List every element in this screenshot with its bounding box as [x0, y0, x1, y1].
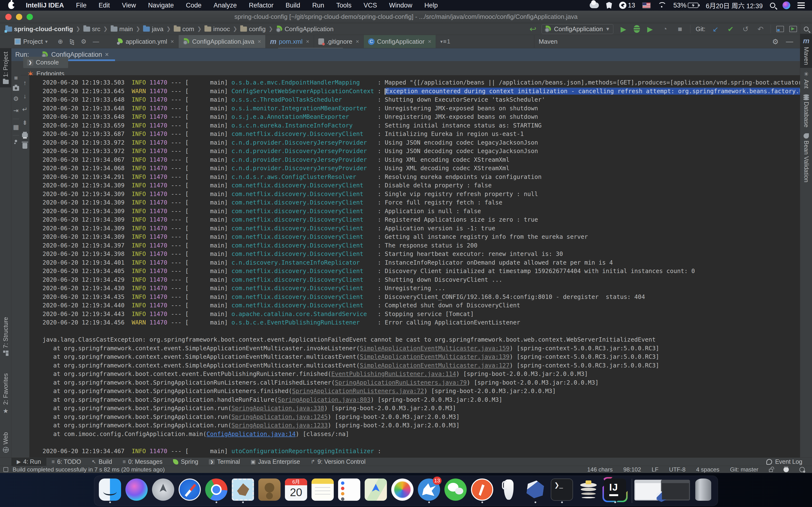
dock-item-virtualbox[interactable] [523, 478, 547, 503]
close-icon[interactable]: × [258, 38, 261, 45]
close-icon[interactable]: × [356, 38, 359, 45]
stripe-button-1-project[interactable]: 1: Project [0, 48, 11, 88]
hide-panel-icon[interactable]: — [93, 38, 99, 45]
tab-console[interactable]: ❯Console [23, 57, 68, 68]
stack-trace-link[interactable]: SimpleApplicationEventMulticaster.java:1… [360, 362, 510, 369]
menu-item-window[interactable]: Window [383, 2, 418, 9]
editor-tab-gitignore[interactable]: .gitignore× [314, 35, 364, 48]
dock-item-trash[interactable] [690, 478, 714, 503]
project-structure-icon[interactable] [776, 26, 784, 32]
tool-window-button-0-messages[interactable]: ≡0: Messages [117, 458, 168, 466]
status-segment-git-master[interactable]: Git: master [730, 466, 758, 473]
stripe-button-ant[interactable]: ✳Ant [800, 68, 812, 92]
status-segment-utf-8[interactable]: UTF-8 [669, 466, 686, 473]
input-source-flag-icon[interactable] [642, 2, 651, 8]
scroll-to-end-icon[interactable]: ⇟ [22, 119, 28, 126]
close-icon[interactable]: × [105, 51, 109, 58]
spotlight-search-icon[interactable] [770, 3, 775, 8]
dock-item-maps[interactable] [364, 478, 388, 503]
maven-hide-icon[interactable]: — [786, 38, 793, 46]
inspections-hector-icon[interactable] [783, 467, 789, 472]
stripe-button-bean-validation[interactable]: Bean Validation [800, 130, 812, 185]
stop-button[interactable]: ■ [675, 25, 685, 33]
collapse-all-icon[interactable]: ⧎ [69, 38, 75, 45]
breadcrumb-item-java[interactable]: java [142, 25, 164, 33]
event-log-button[interactable]: Event Log [766, 458, 812, 465]
menu-item-tools[interactable]: Tools [330, 2, 357, 9]
stack-trace-link[interactable]: SpringApplication.java:1233 [232, 422, 328, 429]
print-icon[interactable] [22, 133, 28, 137]
battery-status[interactable]: 53% [673, 2, 698, 9]
git-update-button[interactable]: ↙ [711, 25, 720, 33]
stack-trace-link[interactable]: SpringApplication.java:1245 [232, 413, 328, 420]
up-stack-trace-icon[interactable]: ↑ [23, 79, 27, 87]
breadcrumb-item-config[interactable]: config [239, 25, 266, 33]
close-icon[interactable]: × [306, 38, 309, 45]
dock-item-finder[interactable] [98, 478, 122, 503]
dock-item-photos[interactable] [391, 478, 414, 503]
surge-icon[interactable] [606, 2, 612, 9]
menu-bar-clock[interactable]: 6月20日 周六 12:39 [706, 1, 763, 10]
menu-item-vcs[interactable]: VCS [357, 2, 383, 9]
apple-menu-icon[interactable] [8, 2, 14, 9]
menu-item-file[interactable]: File [70, 2, 93, 9]
dock-item-vase-app[interactable] [497, 478, 520, 503]
thread-dump-icon[interactable] [13, 86, 19, 91]
hidden-tabs-button[interactable]: ▾≡1 [436, 35, 455, 48]
stack-trace-link[interactable]: SimpleApplicationEventMulticaster.java:1… [360, 353, 510, 360]
debug-button[interactable] [633, 25, 640, 33]
status-segment-4-spaces[interactable]: 4 spaces [696, 466, 719, 473]
dock-item-minimized-window-2[interactable] [664, 479, 687, 503]
status-segment-146-chars[interactable]: 146 chars [587, 466, 613, 473]
menu-item-app[interactable]: IntelliJ IDEA [20, 2, 70, 9]
status-segment-lf[interactable]: LF [652, 466, 659, 473]
soft-wrap-icon[interactable]: ↵ [22, 106, 28, 113]
indexing-gear-icon[interactable] [800, 467, 805, 472]
breadcrumb-item-src[interactable]: src [83, 25, 101, 33]
stack-trace-link[interactable]: SimpleApplicationEventMulticaster.java:1… [360, 345, 510, 352]
editor-tab-pom-xml[interactable]: mpom.xml× [266, 35, 314, 48]
pin-tab-icon[interactable] [14, 139, 18, 143]
console-output[interactable]: 2020-06-20 12:19:33.503 INFO 11470 --- [… [30, 75, 800, 457]
menu-item-view[interactable]: View [116, 2, 142, 9]
dock-item-wechat[interactable] [444, 478, 467, 503]
stripe-button-database[interactable]: Database [800, 92, 812, 130]
stack-trace-link[interactable]: SpringApplication.java:803 [278, 396, 371, 403]
git-commit-button[interactable]: ✔ [726, 25, 735, 33]
dock-item-contacts[interactable] [258, 478, 281, 503]
editor-tab-configapplication-java[interactable]: ConfigApplication.java× [179, 35, 266, 48]
run-anything-icon[interactable] [789, 26, 797, 32]
stripe-search-icon[interactable] [804, 26, 809, 32]
stack-trace-link[interactable]: SpringApplicationRunListeners.java:72 [292, 388, 424, 394]
git-rollback-button[interactable]: ↶ [756, 25, 765, 33]
tool-window-button-9-version-control[interactable]: ↱9: Version Control [305, 458, 371, 466]
tool-window-button-4-run[interactable]: ▶4: Run [11, 458, 46, 466]
breadcrumb-item-com[interactable]: com [173, 25, 195, 33]
dock-item-mail[interactable] [231, 478, 255, 503]
run-with-coverage-button[interactable]: ▶ [645, 25, 655, 33]
stripe-button-2-favorites[interactable]: 2: Favorites★ [0, 370, 11, 418]
wifi-icon[interactable] [658, 2, 666, 8]
back-arrow-icon[interactable]: ↩ [529, 24, 537, 34]
dock-item-terminal[interactable] [550, 478, 574, 503]
menu-item-build[interactable]: Build [280, 2, 306, 9]
menu-item-edit[interactable]: Edit [93, 2, 116, 9]
tool-window-button-terminal[interactable]: ❯Terminal [203, 458, 245, 466]
close-icon[interactable]: × [170, 38, 174, 45]
dock-item-intellij-idea[interactable] [603, 478, 627, 503]
stripe-button-7-structure[interactable]: 7: Structure [0, 314, 11, 359]
attach-icon[interactable]: ⇥ [13, 107, 18, 114]
stack-trace-link[interactable]: EventPublishingRunListener.java:114 [331, 370, 456, 377]
stripe-button-maven[interactable]: mMaven [800, 34, 812, 68]
close-icon[interactable]: × [428, 38, 432, 45]
tool-window-button-6-todo[interactable]: ≡6: TODO [46, 458, 87, 466]
down-stack-trace-icon[interactable]: ↓ [23, 93, 27, 100]
dock-item-reminders[interactable] [337, 478, 361, 503]
dock-item-notes[interactable] [311, 478, 335, 503]
breadcrumb-item-spring-cloud-config[interactable]: spring-cloud-config [4, 25, 74, 33]
project-view-header[interactable]: Project ▾ [0, 35, 51, 48]
dock-item-postman[interactable] [470, 478, 494, 503]
stack-trace-link[interactable]: SpringApplication.java:338 [232, 405, 324, 412]
notification-app-icon[interactable]: 13 [619, 2, 635, 9]
siri-icon[interactable] [782, 1, 790, 9]
